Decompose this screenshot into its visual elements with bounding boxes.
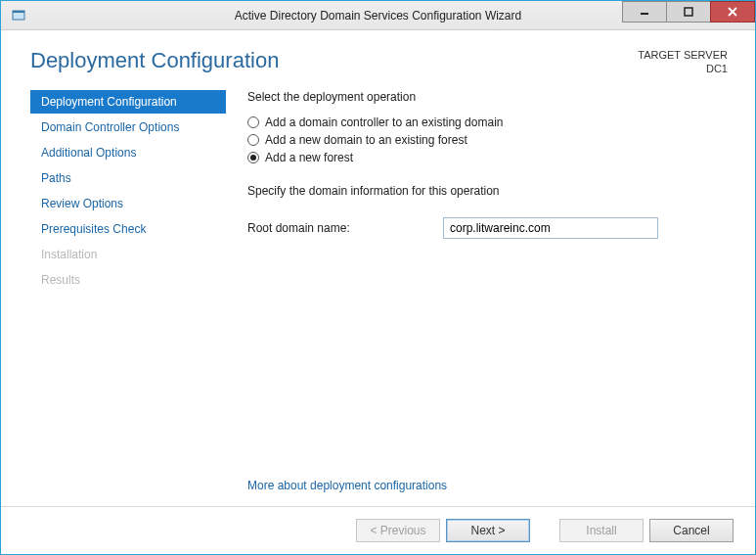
root-domain-label: Root domain name: [247,221,443,235]
step-prerequisites-check[interactable]: Prerequisites Check [30,217,226,241]
step-deployment-configuration[interactable]: Deployment Configuration [30,90,226,114]
page-title: Deployment Configuration [30,48,279,73]
target-server-label: TARGET SERVER [638,48,728,62]
footer: < Previous Next > Install Cancel [1,506,755,554]
main-row: Deployment Configuration Domain Controll… [1,76,755,506]
window-controls [623,1,755,23]
svg-rect-3 [685,8,692,16]
radio-icon [247,116,259,128]
step-installation: Installation [30,243,226,266]
radio-icon [247,134,259,146]
panel: Select the deployment operation Add a do… [226,90,728,506]
app-icon [5,2,32,29]
heading-row: Deployment Configuration TARGET SERVER D… [1,30,755,76]
maximize-button[interactable] [666,1,711,23]
more-about-link[interactable]: More about deployment configurations [247,479,728,506]
titlebar: Active Directory Domain Services Configu… [1,1,755,30]
radio-label: Add a domain controller to an existing d… [265,116,503,129]
spacer [536,519,554,542]
radio-add-domain-existing-forest[interactable]: Add a new domain to an existing forest [247,133,728,147]
previous-button: < Previous [356,519,440,542]
radio-add-new-forest[interactable]: Add a new forest [247,151,728,164]
radio-icon [247,152,259,163]
select-operation-label: Select the deployment operation [247,90,728,104]
cancel-button[interactable]: Cancel [649,519,734,542]
radio-label: Add a new domain to an existing forest [265,133,467,147]
next-button[interactable]: Next > [446,519,530,542]
specify-domain-label: Specify the domain information for this … [247,184,728,198]
step-additional-options[interactable]: Additional Options [30,141,226,164]
step-domain-controller-options[interactable]: Domain Controller Options [30,116,226,139]
root-domain-input[interactable] [443,217,658,239]
root-domain-row: Root domain name: [247,217,728,239]
target-server-block: TARGET SERVER DC1 [638,48,728,76]
minimize-button[interactable] [622,1,667,23]
step-results: Results [30,268,226,292]
wizard-steps: Deployment Configuration Domain Controll… [30,90,226,506]
target-server-value: DC1 [638,62,728,75]
radio-add-dc-existing-domain[interactable]: Add a domain controller to an existing d… [247,116,728,129]
install-button: Install [559,519,644,542]
close-button[interactable] [710,1,755,23]
content: Deployment Configuration TARGET SERVER D… [1,30,755,554]
svg-rect-1 [13,11,24,13]
radio-label: Add a new forest [265,151,353,164]
step-review-options[interactable]: Review Options [30,192,226,215]
step-paths[interactable]: Paths [30,166,226,190]
